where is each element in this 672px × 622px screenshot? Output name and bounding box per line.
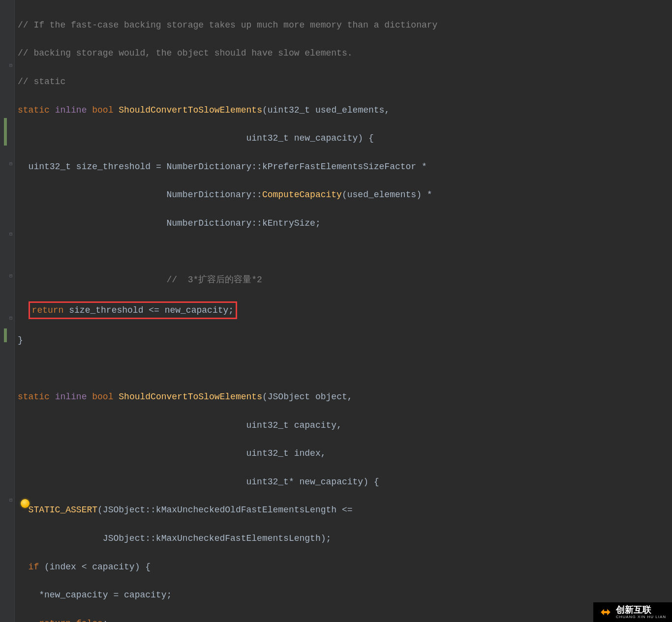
keyword-return: return bbox=[32, 305, 64, 315]
change-marker bbox=[4, 328, 7, 342]
keyword-inline: inline bbox=[55, 392, 87, 402]
function-call: ComputeCapacity bbox=[262, 190, 342, 200]
var: size_threshold bbox=[76, 162, 151, 172]
keyword-inline: inline bbox=[55, 105, 87, 115]
fold-icon[interactable]: ⊟ bbox=[8, 161, 14, 167]
fold-icon[interactable]: ⊟ bbox=[8, 316, 14, 322]
param-type: uint32_t bbox=[246, 448, 288, 458]
cond: (index < capacity) { bbox=[39, 562, 151, 572]
param-type: uint32_t bbox=[246, 133, 288, 143]
watermark-main: 创新互联 bbox=[616, 605, 666, 614]
comment: // backing storage would, the object sho… bbox=[18, 48, 353, 58]
expr: NumberDictionary::kEntrySize; bbox=[166, 218, 320, 228]
param-type: uint32_t bbox=[268, 105, 310, 115]
stmt: *new_capacity = capacity; bbox=[39, 590, 172, 600]
expr: NumberDictionary::kPreferFastElementsSiz… bbox=[166, 162, 427, 172]
brace: } bbox=[18, 335, 23, 345]
comment: // static bbox=[18, 77, 65, 87]
change-marker bbox=[4, 118, 7, 146]
fold-icon[interactable]: ⊟ bbox=[8, 273, 14, 279]
param-type: uint32_t bbox=[246, 420, 288, 430]
expr: size_threshold <= new_capacity; bbox=[69, 305, 234, 315]
param-name: new_capacity bbox=[294, 133, 358, 143]
keyword-bool: bool bbox=[92, 392, 113, 402]
function-name: ShouldConvertToSlowElements bbox=[119, 105, 262, 115]
comment: // If the fast-case backing storage take… bbox=[18, 20, 437, 30]
param-name: capacity, bbox=[294, 420, 342, 430]
keyword-bool: bool bbox=[92, 105, 113, 115]
comment: // 3*扩容后的容量*2 bbox=[166, 275, 262, 285]
expr: NumberDictionary:: bbox=[166, 190, 262, 200]
keyword-false: false bbox=[76, 619, 103, 622]
fold-icon[interactable]: ⊟ bbox=[8, 498, 14, 504]
fold-icon[interactable]: ⊟ bbox=[8, 232, 14, 237]
watermark-logo-icon bbox=[599, 606, 612, 619]
keyword-if: if bbox=[29, 562, 39, 572]
function-name: ShouldConvertToSlowElements bbox=[119, 392, 262, 402]
keyword-static: static bbox=[18, 392, 50, 402]
watermark: 创新互联 CHUANG XIN HU LIAN bbox=[593, 602, 672, 622]
type: uint32_t bbox=[29, 162, 71, 172]
lightbulb-icon[interactable] bbox=[21, 499, 30, 508]
keyword-static: static bbox=[18, 105, 50, 115]
param-type: uint32_t* bbox=[246, 477, 294, 487]
param: JSObject object, bbox=[268, 392, 353, 402]
param-name: new_capacity) { bbox=[300, 477, 379, 487]
expr: JSObject::kMaxUncheckedFastElementsLengt… bbox=[103, 533, 331, 543]
highlighted-code-1: return size_threshold <= new_capacity; bbox=[29, 301, 237, 320]
editor-gutter: ⊟ ⊟ ⊟ ⊟ ⊟ ⊟ bbox=[0, 0, 15, 622]
keyword-return: return bbox=[39, 619, 71, 622]
macro-call: STATIC_ASSERT bbox=[29, 505, 97, 515]
param-name: used_elements bbox=[315, 105, 384, 115]
expr: (JSObject::kMaxUncheckedOldFastElementsL… bbox=[97, 505, 352, 515]
fold-icon[interactable]: ⊟ bbox=[8, 63, 14, 69]
param-name: index, bbox=[294, 448, 326, 458]
code-editor[interactable]: // If the fast-case backing storage take… bbox=[16, 4, 672, 622]
watermark-sub: CHUANG XIN HU LIAN bbox=[616, 615, 666, 619]
